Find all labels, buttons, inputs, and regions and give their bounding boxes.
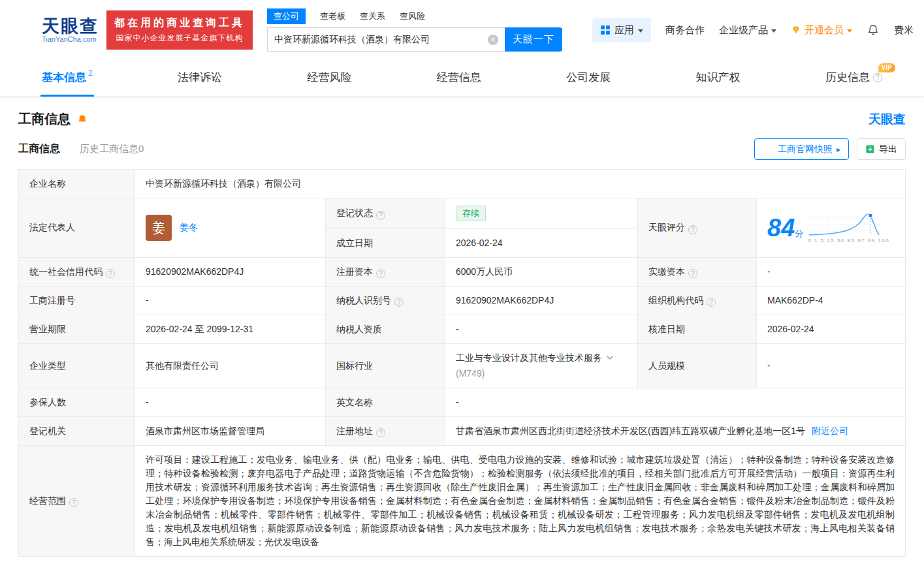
business-scope-value: 许可项目：建设工程施工；发电业务、输电业务、供（配）电业务；输电、供电、受电电力… bbox=[135, 445, 906, 556]
table-row: 营业期限 2026-02-24 至 2099-12-31 纳税人资质 - 核准日… bbox=[19, 315, 906, 343]
search-tab-company[interactable]: 查公司 bbox=[267, 8, 306, 24]
vip-gem-icon bbox=[791, 25, 801, 35]
label-approval-date: 核准日期 bbox=[638, 315, 757, 343]
top-header: 天眼查 TianYanCha.com 都在用的商业查询工具 国家中小企业发展子基… bbox=[0, 0, 924, 60]
tab-ip-label: 知识产权 bbox=[696, 70, 741, 85]
legal-rep-avatar[interactable]: 姜 bbox=[146, 215, 172, 241]
help-icon[interactable] bbox=[376, 428, 385, 437]
tab-history-info[interactable]: 历史信息 VIP bbox=[824, 60, 884, 97]
table-row: 法定代表人 姜 姜冬 登记状态 存续 天眼评分 84分 bbox=[19, 198, 906, 229]
subtab-history-business-info[interactable]: 历史工商信息0 bbox=[80, 143, 144, 155]
business-cooperation-link[interactable]: 商务合作 bbox=[665, 24, 705, 37]
brand-slogan-banner: 都在用的商业查询工具 国家中小企业发展子基金旗下机构 bbox=[106, 10, 253, 50]
nearby-company-link[interactable]: 附近公司 bbox=[812, 426, 848, 436]
label-industry: 国标行业 bbox=[326, 343, 445, 388]
label-reg-number: 工商注册号 bbox=[19, 286, 135, 315]
subtab-row: 工商信息 历史工商信息0 工商官网快照 导出 bbox=[0, 132, 924, 168]
label-tianyan-score: 天眼评分 bbox=[638, 198, 757, 258]
help-icon[interactable] bbox=[376, 211, 385, 220]
staff-size-value: - bbox=[757, 343, 906, 388]
company-type-value: 其他有限责任公司 bbox=[135, 343, 326, 388]
export-label: 导出 bbox=[879, 144, 897, 155]
english-name-value: - bbox=[445, 388, 906, 416]
reg-authority-value: 酒泉市肃州区市场监督管理局 bbox=[135, 416, 326, 445]
notifications-bell-icon[interactable] bbox=[867, 23, 880, 37]
approval-date-value: 2026-02-24 bbox=[757, 315, 906, 343]
tab-operating-info[interactable]: 经营信息 bbox=[436, 60, 483, 97]
tab-intellectual-property[interactable]: 知识产权 bbox=[695, 60, 742, 97]
enterprise-products-menu[interactable]: 企业级产品 bbox=[719, 24, 776, 37]
search-tab-risk[interactable]: 查风险 bbox=[400, 8, 425, 24]
caret-down-icon bbox=[638, 29, 643, 33]
banner-line2: 国家中小企业发展子基金旗下机构 bbox=[114, 33, 245, 44]
search-input-wrap bbox=[267, 27, 505, 52]
help-icon[interactable] bbox=[106, 269, 115, 278]
tab-company-development[interactable]: 公司发展 bbox=[565, 60, 612, 97]
label-establish-date: 成立日期 bbox=[326, 228, 445, 257]
label-company-type: 企业类型 bbox=[19, 343, 135, 388]
section-title: 工商信息 bbox=[18, 110, 71, 128]
official-snapshot-button[interactable]: 工商官网快照 bbox=[754, 138, 849, 160]
help-icon[interactable] bbox=[394, 298, 404, 307]
subscribe-bell-icon[interactable] bbox=[76, 114, 88, 125]
table-row: 工商注册号 - 纳税人识别号 91620902MAK662DP4J 组织机构代码… bbox=[19, 286, 906, 315]
section-header: 工商信息 天眼查 bbox=[0, 97, 924, 132]
apps-menu[interactable]: 应用 bbox=[592, 18, 651, 42]
reg-status-cell: 存续 bbox=[445, 198, 638, 229]
taxpayer-id-value: 91620902MAK662DP4J bbox=[445, 286, 638, 315]
table-row: 参保人数 - 英文名称 - bbox=[19, 388, 906, 416]
export-button[interactable]: 导出 bbox=[857, 138, 906, 160]
business-term-value: 2026-02-24 至 2099-12-31 bbox=[135, 315, 326, 343]
open-vip-label: 开通会员 bbox=[805, 24, 844, 37]
label-org-code: 组织机构代码 bbox=[638, 286, 757, 315]
industry-value: 工业与专业设计及其他专业技术服务 (M749) bbox=[445, 343, 638, 388]
label-reg-address: 注册地址 bbox=[326, 416, 445, 445]
search-tab-boss[interactable]: 查老板 bbox=[320, 8, 345, 24]
search-button[interactable]: 天眼一下 bbox=[505, 27, 562, 52]
tab-development-label: 公司发展 bbox=[566, 70, 611, 85]
score-unit: 分 bbox=[795, 228, 803, 238]
vip-badge: VIP bbox=[878, 63, 895, 72]
subtab-business-info[interactable]: 工商信息 bbox=[18, 142, 60, 156]
legal-rep-cell: 姜 姜冬 bbox=[135, 198, 326, 258]
search-tab-relation[interactable]: 查关系 bbox=[360, 8, 385, 24]
tab-basic-info-label: 基本信息 bbox=[42, 70, 86, 85]
tab-basic-info[interactable]: 基本信息 2 bbox=[40, 60, 94, 97]
help-icon[interactable] bbox=[873, 73, 882, 82]
search-input[interactable] bbox=[274, 35, 488, 45]
label-business-term: 营业期限 bbox=[19, 315, 135, 343]
tab-basic-info-count: 2 bbox=[88, 69, 93, 78]
table-row: 企业名称 中资环新源循环科技（酒泉）有限公司 bbox=[19, 170, 906, 198]
industry-code: (M749) bbox=[456, 367, 627, 381]
help-icon[interactable] bbox=[69, 498, 78, 507]
org-code-value: MAK662DP-4 bbox=[757, 286, 906, 315]
help-icon[interactable] bbox=[376, 269, 385, 278]
tianyan-score-cell[interactable]: 84分 bbox=[757, 198, 906, 258]
help-icon[interactable] bbox=[707, 298, 716, 307]
export-icon bbox=[865, 144, 875, 154]
score-value: 84 bbox=[767, 214, 795, 242]
credit-code-value: 91620902MAK662DP4J bbox=[135, 257, 326, 286]
taxpayer-quality-value: - bbox=[445, 315, 638, 343]
label-reg-capital: 注册资本 bbox=[326, 257, 445, 286]
username[interactable]: 费米 bbox=[894, 24, 914, 37]
search-area: 查公司 查老板 查关系 查风险 天眼一下 bbox=[267, 8, 562, 52]
tab-operating-risk[interactable]: 经营风险 bbox=[306, 60, 353, 97]
help-icon[interactable] bbox=[688, 269, 697, 278]
insured-count-value: - bbox=[135, 388, 326, 416]
business-info-table: 企业名称 中资环新源循环科技（酒泉）有限公司 法定代表人 姜 姜冬 登记状态 存… bbox=[18, 169, 906, 557]
table-row: 经营范围 许可项目：建设工程施工；发电业务、输电业务、供（配）电业务；输电、供电… bbox=[19, 445, 906, 556]
table-row: 统一社会信用代码 91620902MAK662DP4J 注册资本 6000万人民… bbox=[19, 257, 906, 286]
tab-legal-proceedings[interactable]: 法律诉讼 bbox=[176, 60, 223, 97]
search-bar: 天眼一下 bbox=[267, 27, 562, 52]
apps-label: 应用 bbox=[614, 24, 634, 37]
legal-rep-name-link[interactable]: 姜冬 bbox=[180, 221, 198, 234]
open-vip-menu[interactable]: 开通会员 bbox=[791, 24, 852, 37]
chevron-down-icon bbox=[606, 354, 614, 362]
header-right-menu: 应用 商务合作 企业级产品 开通会员 费米 bbox=[592, 18, 914, 42]
clear-search-icon[interactable] bbox=[488, 35, 498, 45]
tianyancha-logo[interactable]: 天眼查 TianYanCha.com bbox=[7, 15, 99, 45]
help-icon[interactable] bbox=[688, 225, 697, 234]
reg-capital-value: 6000万人民币 bbox=[445, 257, 638, 286]
industry-expander[interactable]: 工业与专业设计及其他专业技术服务 bbox=[456, 351, 627, 365]
